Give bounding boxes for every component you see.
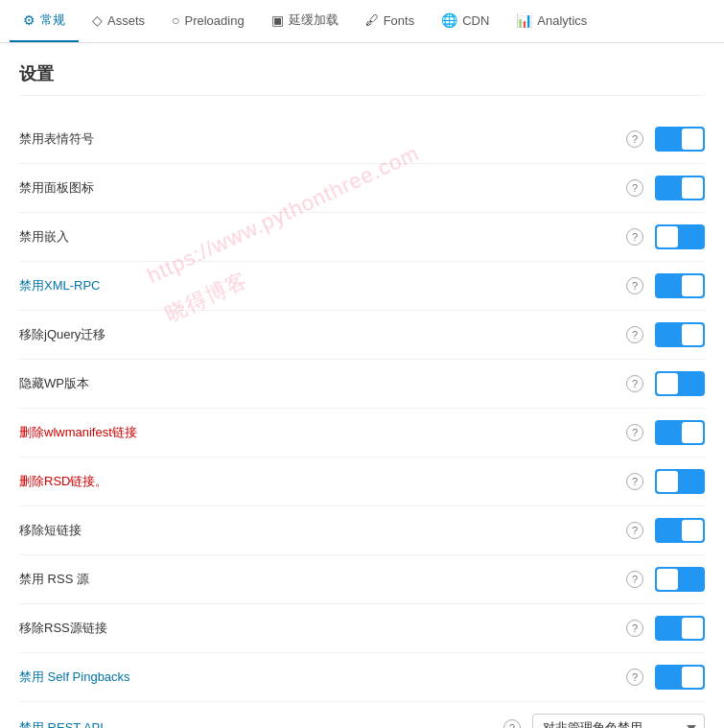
setting-row-hide-wp-version: 隐藏WP版本 ? (19, 360, 705, 409)
tab-general[interactable]: ⚙常规 (10, 0, 79, 42)
setting-row-remove-rss-links: 移除RSS源链接 ? (19, 604, 705, 653)
toggle-wrap-remove-wlwmanifest (655, 420, 705, 445)
toggle-wrap-disable-embeds (655, 224, 705, 249)
main-content: 设置 禁用表情符号 ? 禁用面板图标 ? 禁用嵌入 ? (0, 43, 724, 728)
fonts-icon: 🖋 (365, 12, 379, 28)
assets-icon: ◇ (92, 12, 103, 28)
setting-row-disable-embeds: 禁用嵌入 ? (19, 213, 705, 262)
help-icon-disable-dashboard-icons[interactable]: ? (626, 179, 643, 197)
toggle-wrap-disable-self-pingbacks (655, 665, 705, 690)
help-icon-disable-self-pingbacks[interactable]: ? (626, 669, 643, 686)
setting-row-disable-emoji: 禁用表情符号 ? (19, 115, 705, 164)
toggle-wrap-remove-rsd (655, 469, 705, 494)
toggle-thumb-disable-self-pingbacks (682, 667, 703, 688)
help-icon-disable-emoji[interactable]: ? (626, 130, 643, 148)
setting-row-remove-wlwmanifest: 删除wlwmanifest链接 ? (19, 409, 705, 458)
toggle-thumb-disable-emoji (682, 129, 703, 150)
toggle-thumb-disable-rss (657, 569, 678, 590)
toggle-wrap-disable-dashboard-icons (655, 176, 705, 200)
select-disable-rest-api[interactable]: 对非管理角色禁用完全禁用不禁用 (532, 714, 705, 728)
toggle-wrap-disable-emoji (655, 127, 705, 152)
toggle-thumb-remove-rss-links (682, 618, 703, 639)
setting-row-disable-rss: 禁用 RSS 源 ? (19, 555, 705, 604)
toggle-remove-shortlinks[interactable] (655, 518, 705, 543)
toggle-thumb-hide-wp-version (657, 373, 678, 394)
label-disable-self-pingbacks: 禁用 Self Pingbacks (19, 669, 626, 686)
tab-label-assets: Assets (107, 13, 145, 28)
tab-label-cdn: CDN (462, 13, 489, 28)
setting-row-disable-dashboard-icons: 禁用面板图标 ? (19, 164, 705, 213)
analytics-icon: 📊 (516, 12, 532, 28)
label-disable-dashboard-icons: 禁用面板图标 (19, 179, 626, 197)
help-icon-hide-wp-version[interactable]: ? (626, 375, 643, 392)
toggle-wrap-disable-rss (655, 567, 705, 592)
help-icon-disable-embeds[interactable]: ? (626, 228, 643, 246)
toggle-disable-embeds[interactable] (655, 224, 705, 249)
tab-bar: ⚙常规◇Assets○Preloading▣延缓加载🖋Fonts🌐CDN📊Ana… (0, 0, 724, 43)
help-icon-disable-rest-api[interactable]: ? (503, 719, 521, 729)
tab-label-fonts: Fonts (384, 13, 415, 28)
toggle-thumb-remove-rsd (657, 471, 678, 492)
help-icon-remove-rss-links[interactable]: ? (626, 620, 643, 637)
tab-assets[interactable]: ◇Assets (79, 1, 158, 41)
tab-label-analytics: Analytics (537, 13, 587, 28)
cdn-icon: 🌐 (441, 12, 457, 28)
label-disable-embeds: 禁用嵌入 (19, 228, 626, 246)
general-icon: ⚙ (23, 12, 35, 28)
toggle-disable-self-pingbacks[interactable] (655, 665, 705, 690)
label-remove-rsd: 删除RSD链接。 (19, 473, 626, 490)
help-icon-disable-xmlrpc[interactable]: ? (626, 277, 643, 294)
settings-list: 禁用表情符号 ? 禁用面板图标 ? 禁用嵌入 ? (19, 115, 705, 728)
label-hide-wp-version: 隐藏WP版本 (19, 375, 626, 392)
help-icon-remove-wlwmanifest[interactable]: ? (626, 424, 643, 441)
label-remove-wlwmanifest: 删除wlwmanifest链接 (19, 424, 626, 441)
toggle-disable-rss[interactable] (655, 567, 705, 592)
toggle-remove-rss-links[interactable] (655, 616, 705, 641)
setting-row-disable-self-pingbacks: 禁用 Self Pingbacks ? (19, 653, 705, 702)
toggle-thumb-remove-jquery-migrate (682, 324, 703, 345)
tab-cdn[interactable]: 🌐CDN (428, 1, 502, 41)
toggle-remove-rsd[interactable] (655, 469, 705, 494)
toggle-hide-wp-version[interactable] (655, 371, 705, 396)
toggle-wrap-remove-rss-links (655, 616, 705, 641)
tab-label-lazy-load: 延缓加载 (289, 12, 339, 29)
tab-lazy-load[interactable]: ▣延缓加载 (258, 0, 352, 42)
label-disable-rest-api: 禁用 REST API (19, 719, 503, 729)
toggle-thumb-disable-dashboard-icons (682, 177, 703, 199)
tab-label-preloading: Preloading (184, 13, 244, 28)
preloading-icon: ○ (172, 12, 179, 28)
setting-row-disable-xmlrpc: 禁用XML-RPC ? (19, 262, 705, 311)
tab-label-general: 常规 (40, 12, 65, 29)
label-remove-shortlinks: 移除短链接 (19, 522, 626, 539)
label-disable-emoji: 禁用表情符号 (19, 130, 626, 148)
help-icon-remove-jquery-migrate[interactable]: ? (626, 326, 643, 343)
toggle-remove-wlwmanifest[interactable] (655, 420, 705, 445)
toggle-wrap-remove-jquery-migrate (655, 322, 705, 347)
help-icon-remove-shortlinks[interactable]: ? (626, 522, 643, 539)
toggle-disable-xmlrpc[interactable] (655, 273, 705, 298)
setting-row-remove-shortlinks: 移除短链接 ? (19, 506, 705, 555)
setting-row-remove-jquery-migrate: 移除jQuery迁移 ? (19, 311, 705, 360)
label-remove-rss-links: 移除RSS源链接 (19, 620, 626, 637)
label-disable-rss: 禁用 RSS 源 (19, 571, 626, 588)
lazy-load-icon: ▣ (271, 12, 284, 28)
toggle-thumb-remove-shortlinks (682, 520, 703, 541)
toggle-disable-emoji[interactable] (655, 127, 705, 152)
section-title: 设置 (19, 62, 705, 96)
toggle-disable-dashboard-icons[interactable] (655, 176, 705, 200)
setting-row-disable-rest-api: 禁用 REST API ? 对非管理角色禁用完全禁用不禁用 (19, 702, 705, 728)
help-icon-remove-rsd[interactable]: ? (626, 473, 643, 490)
toggle-thumb-remove-wlwmanifest (682, 422, 703, 443)
toggle-wrap-disable-xmlrpc (655, 273, 705, 298)
tab-preloading[interactable]: ○Preloading (158, 1, 258, 41)
tab-fonts[interactable]: 🖋Fonts (352, 1, 429, 41)
toggle-thumb-disable-embeds (657, 226, 678, 247)
toggle-wrap-remove-shortlinks (655, 518, 705, 543)
label-disable-xmlrpc: 禁用XML-RPC (19, 277, 626, 294)
setting-row-remove-rsd: 删除RSD链接。 ? (19, 458, 705, 506)
help-icon-disable-rss[interactable]: ? (626, 571, 643, 588)
toggle-wrap-hide-wp-version (655, 371, 705, 396)
tab-analytics[interactable]: 📊Analytics (502, 1, 600, 41)
label-remove-jquery-migrate: 移除jQuery迁移 (19, 326, 626, 343)
toggle-remove-jquery-migrate[interactable] (655, 322, 705, 347)
